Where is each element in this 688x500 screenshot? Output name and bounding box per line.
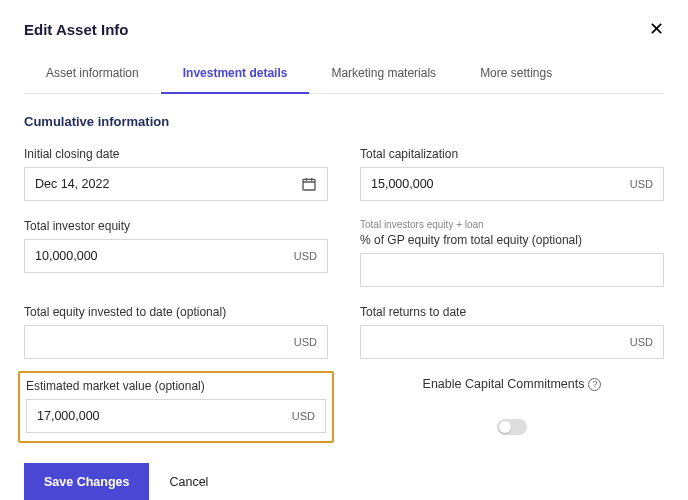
field-label: Total investor equity [24,219,328,233]
total-equity-invested-input[interactable] [35,335,288,349]
input-wrap[interactable]: USD [360,325,664,359]
svg-rect-0 [303,179,315,190]
currency-suffix: USD [286,410,315,422]
save-changes-button[interactable]: Save Changes [24,463,149,500]
input-wrap[interactable]: USD [26,399,326,433]
field-label: Total returns to date [360,305,664,319]
close-icon[interactable]: ✕ [649,20,664,38]
field-gp-equity-pct: Total investors equity + loan % of GP eq… [360,219,664,287]
helper-text: Total investors equity + loan [360,219,664,230]
cancel-button[interactable]: Cancel [169,475,208,489]
input-wrap[interactable] [360,253,664,287]
currency-suffix: USD [624,336,653,348]
actions: Save Changes Cancel [24,463,664,500]
input-wrap[interactable] [24,167,328,201]
gp-equity-pct-input[interactable] [371,263,653,277]
edit-asset-modal: Edit Asset Info ✕ Asset information Inve… [0,0,688,500]
field-total-returns: Total returns to date USD [360,305,664,359]
section-heading: Cumulative information [24,114,664,129]
toggle-label-text: Enable Capital Commitments [423,377,585,391]
field-estimated-market-value: Estimated market value (optional) USD [18,371,334,443]
total-returns-input[interactable] [371,335,624,349]
tab-more-settings[interactable]: More settings [458,56,574,93]
tab-asset-information[interactable]: Asset information [24,56,161,93]
total-capitalization-input[interactable] [371,177,624,191]
field-label: Initial closing date [24,147,328,161]
currency-suffix: USD [624,178,653,190]
tab-investment-details[interactable]: Investment details [161,56,310,94]
tab-marketing-materials[interactable]: Marketing materials [309,56,458,93]
field-initial-closing-date: Initial closing date [24,147,328,201]
field-label: Estimated market value (optional) [26,379,326,393]
field-total-equity-invested: Total equity invested to date (optional)… [24,305,328,359]
input-wrap[interactable]: USD [24,239,328,273]
currency-suffix: USD [288,250,317,262]
estimated-market-value-input[interactable] [37,409,286,423]
calendar-icon[interactable] [301,176,317,192]
tabs: Asset information Investment details Mar… [24,56,664,94]
field-enable-capital-commitments: Enable Capital Commitments ? [360,377,664,435]
input-wrap[interactable]: USD [24,325,328,359]
capital-commitments-toggle[interactable] [497,419,527,435]
total-investor-equity-input[interactable] [35,249,288,263]
toggle-label: Enable Capital Commitments ? [423,377,602,391]
field-label: Total equity invested to date (optional) [24,305,328,319]
fields-grid: Initial closing date Total capitalizatio… [24,147,664,435]
modal-header: Edit Asset Info ✕ [24,20,664,38]
modal-title: Edit Asset Info [24,21,128,38]
field-total-investor-equity: Total investor equity USD [24,219,328,287]
input-wrap[interactable]: USD [360,167,664,201]
field-label: % of GP equity from total equity (option… [360,233,664,247]
help-icon[interactable]: ? [588,378,601,391]
field-total-capitalization: Total capitalization USD [360,147,664,201]
currency-suffix: USD [288,336,317,348]
initial-closing-date-input[interactable] [35,177,301,191]
field-label: Total capitalization [360,147,664,161]
